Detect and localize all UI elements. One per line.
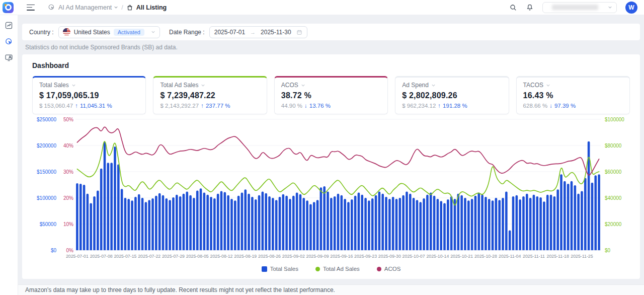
chevron-down-icon [431, 83, 436, 88]
svg-text:2025-08-05: 2025-08-05 [186, 254, 209, 259]
stat-card-ad-spend: Ad Spend $ 2,802,809.26 $ 962,234.12 ↑ 1… [395, 76, 509, 114]
stat-label: Total Sales [39, 82, 69, 89]
dashboard-card: Dashboard Total Sales $ 17,059,065.19 $ … [22, 54, 640, 279]
svg-text:2025-08-19: 2025-08-19 [234, 254, 257, 259]
notification-bell-icon[interactable] [526, 4, 534, 12]
svg-text:$0: $0 [51, 248, 57, 253]
sidebar-item-analytics[interactable] [5, 21, 13, 30]
svg-text:2025-07-29: 2025-07-29 [162, 254, 185, 259]
data-delay-note: Amazon's data may take up to three days … [18, 284, 644, 295]
calendar-icon [296, 29, 302, 35]
country-select[interactable]: United States Activated [58, 26, 160, 38]
svg-text:2025-10-21: 2025-10-21 [450, 254, 473, 259]
date-range-picker[interactable]: 2025-07-01 → 2025-11-30 [209, 26, 307, 38]
svg-text:2025-07-08: 2025-07-08 [90, 254, 113, 259]
stat-comparison: 628.66 % ↓ 97.39 % [523, 103, 623, 109]
stat-label: Ad Spend [402, 82, 429, 89]
sidebar-item-ad-management[interactable] [5, 37, 13, 46]
country-value: United States [74, 29, 110, 36]
search-icon[interactable] [509, 4, 517, 12]
svg-text:$80000: $80000 [605, 143, 622, 149]
stat-change-percent: 97.39 % [554, 103, 576, 109]
chevron-down-icon [201, 83, 205, 88]
svg-text:$60000: $60000 [605, 169, 622, 175]
svg-text:2025-07-01: 2025-07-01 [66, 254, 89, 259]
svg-text:2025-07-15: 2025-07-15 [114, 254, 136, 259]
stat-previous-value: $ 2,143,292.27 [160, 103, 199, 109]
stat-card-total-ad-sales: Total Ad Sales $ 7,239,487.22 $ 2,143,29… [153, 76, 267, 114]
chevron-down-icon [71, 83, 76, 88]
stat-value: 16.43 % [523, 91, 623, 100]
stat-label: Total Ad Sales [160, 82, 198, 89]
stat-metric-dropdown[interactable]: Total Sales [39, 82, 139, 89]
stat-previous-value: $ 153,060.47 [39, 103, 73, 109]
app-logo[interactable] [3, 2, 14, 13]
us-flag-icon [63, 28, 70, 36]
main-content: Country : United States Activated Date R… [18, 15, 644, 295]
stat-change-percent: 13.76 % [309, 103, 331, 109]
legend-item-total-ad-sales[interactable]: Total Ad Sales [315, 266, 360, 272]
legend-label: Total Sales [270, 266, 298, 272]
blurred-select-value [552, 5, 598, 10]
trend-arrow-icon: ↑ [438, 103, 441, 109]
trend-arrow-icon: ↑ [201, 103, 204, 109]
svg-text:2025-10-14: 2025-10-14 [426, 254, 449, 259]
profile-select[interactable] [542, 2, 617, 13]
breadcrumb-separator: / [121, 4, 123, 11]
stat-comparison: 44.90 % ↓ 13.76 % [281, 103, 381, 109]
chevron-down-icon [151, 30, 155, 34]
legend-item-total-sales[interactable]: Total Sales [262, 266, 298, 272]
chevron-down-icon [114, 5, 118, 10]
user-avatar[interactable]: W [625, 2, 637, 14]
legend-item-acos[interactable]: ACOS [377, 266, 401, 272]
shopping-bag-icon [126, 4, 133, 11]
svg-text:30%: 30% [63, 169, 73, 175]
stat-metric-dropdown[interactable]: Total Ad Sales [160, 82, 260, 89]
performance-chart[interactable]: $25000050%$100000$20000040%$80000$150000… [32, 116, 630, 262]
trend-arrow-icon: ↑ [75, 103, 78, 109]
breadcrumb-page[interactable]: All Listing [136, 4, 167, 11]
ad-target-icon [48, 4, 55, 11]
svg-text:$150000: $150000 [37, 169, 56, 175]
svg-text:2025-08-12: 2025-08-12 [210, 254, 233, 259]
stat-change-percent: 191.28 % [443, 103, 467, 109]
svg-text:2025-10-28: 2025-10-28 [474, 254, 497, 259]
svg-text:2025-09-23: 2025-09-23 [354, 254, 377, 259]
stat-previous-value: $ 962,234.12 [402, 103, 436, 109]
stat-value: $ 7,239,487.22 [160, 91, 260, 100]
svg-text:2025-09-30: 2025-09-30 [378, 254, 401, 259]
stat-card-total-sales: Total Sales $ 17,059,065.19 $ 153,060.47… [32, 76, 146, 114]
svg-text:$50000: $50000 [40, 222, 57, 227]
chart-legend: Total Sales Total Ad Sales ACOS [32, 266, 630, 272]
svg-text:$200000: $200000 [37, 143, 56, 149]
header-actions: W [509, 2, 644, 14]
svg-text:2025-08-26: 2025-08-26 [258, 254, 281, 259]
svg-text:40%: 40% [63, 143, 73, 149]
svg-text:2025-07-22: 2025-07-22 [138, 254, 160, 259]
stat-comparison: $ 153,060.47 ↑ 11,045.31 % [39, 103, 139, 109]
svg-text:$20000: $20000 [605, 222, 622, 227]
filter-bar: Country : United States Activated Date R… [22, 24, 640, 40]
stat-card-tacos: TACOS 16.43 % 628.66 % ↓ 97.39 % [516, 76, 630, 114]
svg-text:50%: 50% [63, 117, 73, 122]
svg-text:0%: 0% [66, 248, 74, 253]
stat-value: $ 2,802,809.26 [402, 91, 502, 100]
trend-arrow-icon: ↓ [304, 103, 307, 109]
stat-metric-dropdown[interactable]: ACOS [281, 82, 381, 89]
sidebar-item-account-monitor[interactable] [5, 53, 13, 62]
breadcrumb: AI Ad Management / All Listing [48, 4, 167, 11]
trend-arrow-icon: ↓ [549, 103, 552, 109]
breadcrumb-app-dropdown[interactable]: AI Ad Management [58, 4, 118, 11]
chevron-down-icon [546, 83, 550, 88]
chart-area: $25000050%$100000$20000040%$80000$150000… [32, 116, 630, 272]
stat-change-percent: 11,045.31 % [80, 103, 112, 109]
svg-text:2025-09-16: 2025-09-16 [330, 254, 353, 259]
legend-label: ACOS [384, 266, 401, 272]
stat-metric-dropdown[interactable]: TACOS [523, 82, 623, 89]
stat-change-percent: 237.77 % [206, 103, 230, 109]
svg-text:2025-11-04: 2025-11-04 [499, 254, 521, 259]
svg-text:2025-09-09: 2025-09-09 [306, 254, 329, 259]
menu-toggle-button[interactable] [27, 5, 35, 11]
country-label: Country : [29, 29, 54, 36]
stat-metric-dropdown[interactable]: Ad Spend [402, 82, 502, 89]
